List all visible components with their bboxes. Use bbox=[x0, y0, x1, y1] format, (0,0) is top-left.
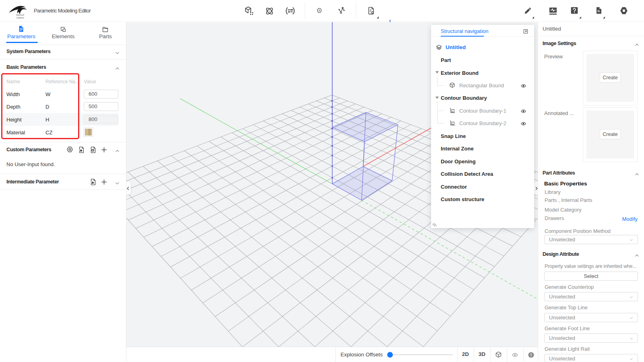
svg-text:SeaGull: SeaGull bbox=[16, 14, 24, 16]
svg-text:Cabinets: Cabinets bbox=[16, 16, 25, 19]
